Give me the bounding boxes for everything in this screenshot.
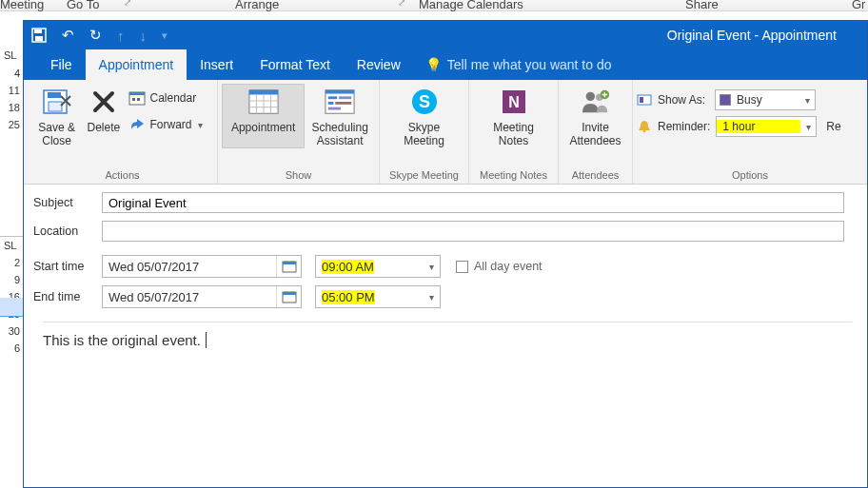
group-actions: Save & Close Delete Calendar <box>28 80 218 184</box>
invite-attendees-button[interactable]: Invite Attendees <box>562 84 628 148</box>
calendar-icon[interactable] <box>276 286 301 307</box>
reminder-dropdown[interactable]: 1 hour ▾ <box>716 116 817 137</box>
svg-rect-37 <box>283 292 296 295</box>
chevron-down-icon: ▾ <box>196 120 203 130</box>
svg-rect-9 <box>137 98 140 101</box>
svg-rect-11 <box>249 90 278 95</box>
save-icon[interactable] <box>31 28 47 43</box>
lightbulb-icon: 💡 <box>425 57 442 72</box>
chevron-down-icon: ▾ <box>423 262 440 272</box>
group-caption: Options <box>637 166 863 184</box>
bg-tab-meeting[interactable]: Meeting <box>0 0 44 11</box>
strip-cell[interactable]: 9 <box>0 271 23 288</box>
show-as-icon <box>637 92 652 107</box>
group-caption: Show <box>222 166 375 184</box>
group-caption: Skype Meeting <box>384 166 464 184</box>
subject-label: Subject <box>33 196 102 209</box>
redo-icon[interactable]: ↻ <box>89 27 102 44</box>
bg-expander-icon[interactable]: ⤢ <box>124 0 131 8</box>
location-label: Location <box>33 224 102 238</box>
bg-tab-goto[interactable]: Go To <box>67 0 99 11</box>
undo-icon[interactable]: ↶ <box>62 27 74 44</box>
svg-rect-32 <box>640 97 643 103</box>
tell-me-search[interactable]: 💡 Tell me what you want to do <box>414 49 623 80</box>
up-arrow-icon: ↑ <box>117 28 125 44</box>
people-add-icon <box>581 87 611 117</box>
body-text: This is the original event. <box>43 332 201 348</box>
svg-point-33 <box>643 130 646 133</box>
appointment-window: ↶ ↻ ↑ ↓ ▾ Original Event - Appointment F… <box>23 20 868 488</box>
strip-cell[interactable]: 11 <box>0 82 23 99</box>
bg-expander-icon[interactable]: ⤢ <box>398 0 405 8</box>
body-editor[interactable]: This is the original event. <box>43 322 852 348</box>
bg-tab-manage[interactable]: Manage Calendars <box>419 0 523 11</box>
strip-header: SL <box>0 236 23 254</box>
meeting-notes-button[interactable]: N Meeting Notes <box>475 84 553 148</box>
text-caret <box>202 332 207 348</box>
appointment-button[interactable]: Appointment <box>222 84 305 148</box>
svg-rect-5 <box>49 102 62 111</box>
tab-format-text[interactable]: Format Text <box>247 49 344 80</box>
subject-input[interactable] <box>102 192 844 213</box>
qat-customize-icon[interactable]: ▾ <box>162 29 168 42</box>
tab-insert[interactable]: Insert <box>187 49 247 80</box>
chevron-down-icon: ▾ <box>423 292 440 303</box>
calendar-button[interactable]: Calendar <box>125 86 213 110</box>
location-input[interactable] <box>102 221 844 242</box>
svg-rect-8 <box>132 98 135 101</box>
bg-tab-share[interactable]: Share <box>685 0 719 11</box>
start-date-picker[interactable]: Wed 05/07/2017 <box>102 255 302 278</box>
left-calendar-strip: SL 4 11 18 25 SL 2 9 16 23 30 6 <box>0 47 23 488</box>
tab-appointment[interactable]: Appointment <box>86 49 187 80</box>
tell-me-label: Tell me what you want to do <box>447 57 612 72</box>
svg-rect-19 <box>328 96 337 99</box>
all-day-checkbox[interactable]: All day event <box>456 260 542 273</box>
strip-cell[interactable]: 2 <box>0 254 23 271</box>
reminder-icon <box>637 119 652 134</box>
strip-cell[interactable]: 25 <box>0 116 23 133</box>
start-time-label: Start time <box>33 260 102 273</box>
all-day-label: All day event <box>474 260 542 273</box>
group-attendees: Invite Attendees Attendees <box>559 80 633 184</box>
tab-review[interactable]: Review <box>344 49 414 80</box>
start-date-value: Wed 05/07/2017 <box>103 260 276 274</box>
save-close-button[interactable]: Save & Close <box>31 84 82 148</box>
scheduling-assistant-button[interactable]: Scheduling Assistant <box>305 84 375 148</box>
chevron-down-icon: ▾ <box>799 95 815 106</box>
strip-cell[interactable]: 6 <box>0 340 23 357</box>
strip-header: SL <box>0 47 23 65</box>
delete-button[interactable]: Delete <box>82 84 125 135</box>
show-as-value: Busy <box>731 93 799 107</box>
skype-meeting-button[interactable]: S Skype Meeting <box>385 84 464 148</box>
group-show: Appointment Scheduling Assistant Show <box>218 80 380 184</box>
strip-cell[interactable]: 30 <box>0 322 23 340</box>
ribbon-tabs: File Appointment Insert Format Text Revi… <box>24 49 867 80</box>
forward-icon <box>128 116 146 133</box>
svg-rect-1 <box>34 29 42 33</box>
svg-rect-21 <box>328 102 334 105</box>
recurrence-label-partial[interactable]: Re <box>826 120 840 133</box>
bg-tab-gr[interactable]: Gr <box>852 0 865 11</box>
end-date-picker[interactable]: Wed 05/07/2017 <box>102 285 302 308</box>
calendar-icon[interactable] <box>276 256 301 277</box>
svg-rect-2 <box>35 36 43 41</box>
show-as-dropdown[interactable]: Busy ▾ <box>715 89 816 110</box>
calendar-icon <box>128 89 146 107</box>
bg-tab-arrange[interactable]: Arrange <box>235 0 279 11</box>
group-notes: N Meeting Notes Meeting Notes <box>469 80 559 184</box>
start-time-picker[interactable]: 09:00 AM ▾ <box>315 255 441 278</box>
chevron-down-icon: ▾ <box>800 122 816 132</box>
end-time-picker[interactable]: 05:00 PM ▾ <box>315 285 441 308</box>
group-options: Show As: Busy ▾ Reminder: 1 h <box>633 80 867 184</box>
svg-rect-20 <box>339 96 351 99</box>
down-arrow-icon: ↓ <box>140 28 148 44</box>
save-close-icon <box>42 87 72 117</box>
forward-button[interactable]: Forward ▾ <box>125 112 213 137</box>
strip-cell[interactable]: 18 <box>0 99 23 116</box>
svg-point-28 <box>585 92 594 101</box>
tab-file[interactable]: File <box>37 49 86 80</box>
show-as-label: Show As: <box>658 93 705 107</box>
ribbon: Save & Close Delete Calendar <box>24 80 867 185</box>
checkbox-box-icon <box>456 261 468 273</box>
strip-cell[interactable]: 4 <box>0 65 23 82</box>
